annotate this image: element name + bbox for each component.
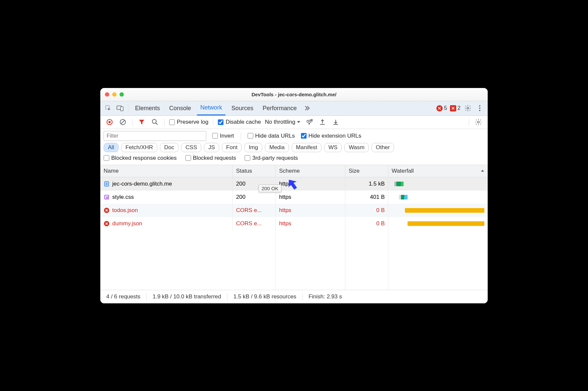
devtools-window: DevTools - jec-cors-demo.glitch.me/ Elem… <box>100 88 488 303</box>
network-toolbar: Preserve log Disable cache No throttling <box>100 116 488 129</box>
more-tabs-icon[interactable] <box>303 104 312 113</box>
upload-har-icon[interactable] <box>318 117 327 127</box>
chip-all[interactable]: All <box>104 143 119 152</box>
cell-name: style.css <box>112 194 134 200</box>
chip-img[interactable]: Img <box>244 143 262 152</box>
kebab-menu-icon[interactable] <box>475 104 484 113</box>
document-icon <box>104 181 110 187</box>
waterfall-bar <box>392 217 484 230</box>
panel-tabs: Elements Console Network Sources Perform… <box>100 101 488 116</box>
col-waterfall[interactable]: Waterfall <box>388 165 488 177</box>
cell-name: jec-cors-demo.glitch.me <box>112 181 172 187</box>
disable-cache-checkbox[interactable]: Disable cache <box>218 119 261 125</box>
sort-asc-icon <box>481 169 484 173</box>
close-window-button[interactable] <box>105 92 109 97</box>
minimize-window-button[interactable] <box>112 92 117 97</box>
chip-media[interactable]: Media <box>265 143 289 152</box>
titlebar: DevTools - jec-cors-demo.glitch.me/ <box>100 88 488 101</box>
cell-name: dummy.json <box>112 220 142 227</box>
hide-data-urls-checkbox[interactable]: Hide data URLs <box>248 133 295 139</box>
table-row[interactable]: dummy.json CORS e... https 0 B <box>100 217 488 230</box>
col-name[interactable]: Name <box>100 165 233 177</box>
cursor-arrow-icon <box>284 175 302 192</box>
status-finish: Finish: 2.93 s <box>309 293 342 300</box>
error-icon: ✕ <box>436 105 443 111</box>
col-status[interactable]: Status <box>233 165 276 177</box>
tab-console[interactable]: Console <box>166 101 194 115</box>
error-icon <box>104 207 110 213</box>
status-transferred: 1.9 kB / 10.0 kB transferred <box>153 293 221 300</box>
cell-status: CORS e... <box>233 204 276 217</box>
chip-js[interactable]: JS <box>204 143 219 152</box>
tab-performance[interactable]: Performance <box>259 101 300 115</box>
extra-filters: Blocked response cookies Blocked request… <box>100 154 488 165</box>
filter-icon[interactable] <box>137 117 146 127</box>
chevron-down-icon <box>297 120 301 124</box>
chip-manifest[interactable]: Manifest <box>292 143 321 152</box>
svg-line-12 <box>156 123 158 125</box>
chip-fetch-xhr[interactable]: Fetch/XHR <box>121 143 157 152</box>
error-badge[interactable]: ✕ 5 <box>436 105 447 111</box>
cell-name: todos.json <box>112 207 138 214</box>
svg-line-10 <box>121 120 125 124</box>
tab-sources[interactable]: Sources <box>228 101 257 115</box>
cell-scheme: https <box>276 191 345 204</box>
cell-size: 1.5 kB <box>345 177 388 191</box>
traffic-lights <box>105 92 124 97</box>
chip-css[interactable]: CSS <box>181 143 201 152</box>
clear-button[interactable] <box>118 117 127 127</box>
preserve-log-checkbox[interactable]: Preserve log <box>169 119 208 125</box>
svg-point-11 <box>152 119 156 123</box>
window-title: DevTools - jec-cors-demo.glitch.me/ <box>100 92 488 97</box>
svg-rect-8 <box>109 121 111 123</box>
chip-font[interactable]: Font <box>222 143 242 152</box>
warning-icon: ✕ <box>450 105 456 111</box>
network-settings-icon[interactable] <box>474 117 483 127</box>
table-row[interactable]: style.css 200 https 401 B <box>100 191 488 204</box>
status-bar: 4 / 6 requests 1.9 kB / 10.0 kB transfer… <box>100 290 488 303</box>
svg-rect-2 <box>121 107 123 111</box>
tab-network[interactable]: Network <box>197 101 225 115</box>
blocked-cookies-checkbox[interactable]: Blocked response cookies <box>104 155 177 161</box>
zoom-window-button[interactable] <box>120 92 124 97</box>
cell-size: 0 B <box>345 217 388 230</box>
blocked-requests-checkbox[interactable]: Blocked requests <box>185 155 236 161</box>
cell-status: CORS e... <box>233 217 276 230</box>
svg-point-15 <box>477 121 479 123</box>
waterfall-bar <box>392 191 484 204</box>
settings-icon[interactable] <box>463 104 472 113</box>
cell-scheme: https <box>276 204 345 217</box>
filter-bar: Invert Hide data URLs Hide extension URL… <box>100 129 488 142</box>
tab-elements[interactable]: Elements <box>132 101 163 115</box>
status-resources: 1.5 kB / 9.6 kB resources <box>233 293 296 300</box>
svg-point-5 <box>479 108 480 109</box>
search-icon[interactable] <box>150 117 160 127</box>
svg-point-6 <box>479 110 480 111</box>
cell-size: 0 B <box>345 204 388 217</box>
warning-count: 2 <box>458 105 461 111</box>
inspect-icon[interactable] <box>104 104 113 113</box>
hide-extension-urls-checkbox[interactable]: Hide extension URLs <box>301 133 362 139</box>
invert-checkbox[interactable]: Invert <box>212 133 234 139</box>
error-count: 5 <box>444 105 447 111</box>
third-party-checkbox[interactable]: 3rd-party requests <box>245 155 298 161</box>
device-toggle-icon[interactable] <box>116 104 125 113</box>
chip-ws[interactable]: WS <box>324 143 342 152</box>
table-row[interactable]: todos.json CORS e... https 0 B <box>100 204 488 217</box>
status-requests: 4 / 6 requests <box>106 293 140 300</box>
warning-badge[interactable]: ✕ 2 <box>450 105 461 111</box>
waterfall-bar <box>392 204 484 217</box>
cell-size: 401 B <box>345 191 388 204</box>
throttling-select[interactable]: No throttling <box>265 119 301 125</box>
chip-doc[interactable]: Doc <box>160 143 178 152</box>
chip-wasm[interactable]: Wasm <box>344 143 369 152</box>
cell-status: 200 <box>233 191 276 204</box>
network-conditions-icon[interactable] <box>305 117 314 127</box>
col-size[interactable]: Size <box>345 165 388 177</box>
filter-input[interactable] <box>104 131 206 141</box>
record-button[interactable] <box>105 117 114 127</box>
download-har-icon[interactable] <box>331 117 340 127</box>
waterfall-bar <box>392 177 484 191</box>
error-icon <box>104 221 110 227</box>
chip-other[interactable]: Other <box>371 143 394 152</box>
